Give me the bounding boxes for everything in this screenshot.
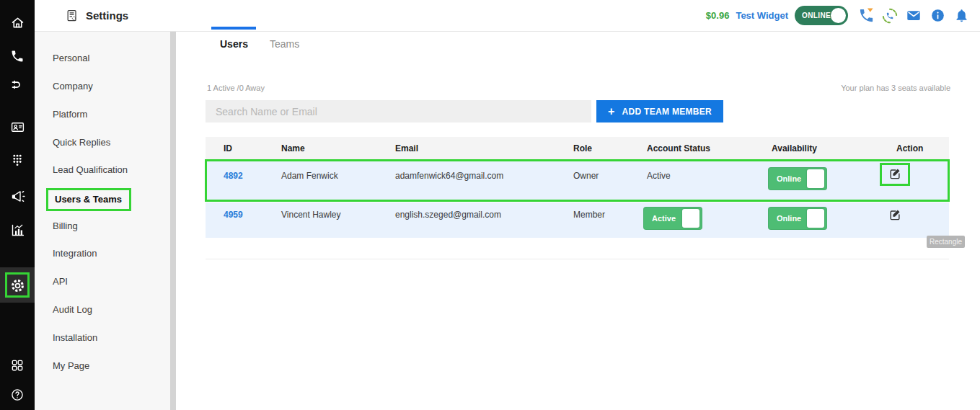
account-status-toggle[interactable]: Active xyxy=(643,207,702,230)
column-header-role: Role xyxy=(573,137,592,160)
call-status-icon xyxy=(881,7,899,24)
tab-teams[interactable]: Teams xyxy=(270,38,299,50)
search-input[interactable] xyxy=(206,100,591,122)
menu-item-api[interactable]: API xyxy=(35,273,68,290)
nav-campaigns-button[interactable] xyxy=(0,183,35,209)
mail-icon xyxy=(906,8,922,24)
account-status-text: Active xyxy=(647,171,671,181)
section-divider xyxy=(206,259,949,259)
nav-analytics-button[interactable] xyxy=(0,217,35,243)
menu-item-integration[interactable]: Integration xyxy=(35,245,97,262)
tab-users[interactable]: Users xyxy=(220,38,248,50)
menu-item-platform[interactable]: Platform xyxy=(35,106,87,123)
toggle-knob xyxy=(807,169,824,188)
column-header-action: Action xyxy=(896,137,923,160)
apps-grid-icon xyxy=(10,358,25,373)
column-header-availability: Availability xyxy=(772,137,817,160)
user-name-cell: Adam Fenwick xyxy=(281,171,338,181)
widget-name-link[interactable]: Test Widget xyxy=(736,10,788,21)
add-team-member-button[interactable]: + ADD TEAM MEMBER xyxy=(596,100,723,122)
menu-item-my-page[interactable]: My Page xyxy=(35,357,89,375)
top-bar: Settings $0.96 Test Widget ONLINE xyxy=(35,0,980,32)
table-header-row: ID Name Email Role Account Status Availa… xyxy=(206,137,949,160)
menu-item-users-teams[interactable]: Users & Teams xyxy=(46,188,131,211)
online-status-toggle[interactable]: ONLINE xyxy=(795,6,848,25)
magnet-icon xyxy=(10,77,25,92)
user-id-link[interactable]: 4959 xyxy=(224,210,243,220)
missed-call-icon xyxy=(858,7,875,24)
column-header-email: Email xyxy=(395,137,418,160)
table-row: 4892 Adam Fenwick adamfenwick64@gmail.co… xyxy=(206,160,949,201)
edit-icon xyxy=(889,167,901,179)
bell-icon xyxy=(954,8,969,23)
page-title: Settings xyxy=(86,9,128,22)
dialpad-icon xyxy=(10,153,25,167)
plus-icon: + xyxy=(608,106,615,117)
users-table: ID Name Email Role Account Status Availa… xyxy=(206,137,949,238)
user-email-cell: adamfenwick64@gmail.com xyxy=(395,171,503,181)
table-row: 4959 Vincent Hawley english.szeged@gmail… xyxy=(206,202,949,238)
column-header-account-status: Account Status xyxy=(647,137,710,160)
notifications-button[interactable] xyxy=(953,7,970,24)
settings-doc-icon xyxy=(65,9,79,23)
chart-icon xyxy=(10,223,25,238)
user-role-cell: Owner xyxy=(573,171,599,181)
toggle-knob xyxy=(831,8,846,23)
info-button[interactable] xyxy=(929,7,946,24)
gear-icon xyxy=(9,277,26,294)
edit-icon xyxy=(889,208,901,220)
phone-icon xyxy=(10,49,25,63)
menu-item-billing[interactable]: Billing xyxy=(35,218,78,235)
column-header-name: Name xyxy=(281,137,305,160)
menu-item-lead-qualification[interactable]: Lead Qualification xyxy=(35,161,128,179)
settings-menu: Personal Company Platform Quick Replies … xyxy=(35,32,176,410)
contact-card-icon xyxy=(10,120,25,135)
menu-item-quick-replies[interactable]: Quick Replies xyxy=(35,134,110,151)
availability-toggle[interactable]: Online xyxy=(768,207,827,230)
account-balance: $0.96 xyxy=(706,10,730,21)
nav-help-button[interactable] xyxy=(0,382,35,408)
info-icon xyxy=(930,8,945,23)
mail-button[interactable] xyxy=(905,7,922,24)
megaphone-icon xyxy=(10,189,25,204)
user-email-cell: english.szeged@gmail.com xyxy=(395,210,501,220)
help-icon xyxy=(10,388,25,402)
active-away-summary: 1 Active /0 Away xyxy=(207,84,265,92)
rectangle-annotation-label: Rectangle xyxy=(927,236,965,248)
active-tab-indicator xyxy=(211,27,256,30)
edit-user-button[interactable] xyxy=(889,208,901,220)
toggle-knob xyxy=(807,209,824,228)
edit-user-button[interactable] xyxy=(889,167,901,179)
menu-item-company[interactable]: Company xyxy=(35,78,93,95)
column-header-id: ID xyxy=(224,137,232,160)
user-role-cell: Member xyxy=(573,210,605,220)
menu-item-personal[interactable]: Personal xyxy=(35,50,89,67)
user-name-cell: Vincent Hawley xyxy=(281,210,341,220)
nav-contacts-button[interactable] xyxy=(0,114,35,140)
menu-item-audit-log[interactable]: Audit Log xyxy=(35,301,92,318)
nav-dialpad-button[interactable] xyxy=(0,147,35,173)
availability-toggle[interactable]: Online xyxy=(768,167,827,190)
plan-seats-note: Your plan has 3 seats available xyxy=(841,84,950,92)
nav-settings-button[interactable] xyxy=(0,272,35,298)
nav-leads-button[interactable] xyxy=(0,71,35,97)
nav-home-button[interactable] xyxy=(0,9,35,35)
nav-rail xyxy=(0,0,35,410)
nav-apps-button[interactable] xyxy=(0,352,35,378)
menu-item-installation[interactable]: Installation xyxy=(35,329,97,347)
user-id-link[interactable]: 4892 xyxy=(224,171,243,181)
home-icon xyxy=(10,15,25,30)
call-status-button[interactable] xyxy=(881,7,899,24)
menu-scrollbar[interactable] xyxy=(170,32,176,410)
toggle-knob xyxy=(682,209,699,228)
main-content: Users Teams 1 Active /0 Away Your plan h… xyxy=(182,32,980,410)
nav-calls-button[interactable] xyxy=(0,43,35,69)
missed-call-button[interactable] xyxy=(857,7,875,24)
